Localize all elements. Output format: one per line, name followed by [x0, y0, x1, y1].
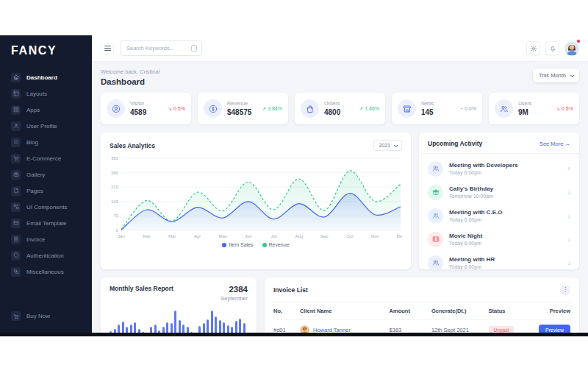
see-more-link[interactable]: See More → [539, 141, 570, 147]
activity-item-meeting-with-developers[interactable]: Meeting with DevelopersToday 6:00pm↑ [419, 157, 579, 180]
svg-text:0: 0 [116, 228, 119, 233]
bar [203, 323, 205, 333]
legend-item-revenue[interactable]: Revenue [262, 242, 290, 247]
stat-change: ↘0.5% [168, 106, 185, 112]
dollar-circle-icon [204, 99, 222, 118]
bar [126, 327, 128, 333]
menu-toggle-icon[interactable] [101, 43, 114, 54]
email-icon [11, 219, 21, 228]
activity-item-meeting-with-hr[interactable]: Meeting with HRToday 6:00pm↓ [419, 251, 579, 275]
notifications-button[interactable] [545, 41, 559, 55]
camera-icon [11, 170, 21, 180]
svg-text:Jun: Jun [245, 234, 252, 238]
sidebar-item-gallery[interactable]: Gallery [0, 166, 92, 183]
sidebar-item-label: Pages [26, 188, 43, 194]
topbar-actions [526, 41, 579, 56]
search-input[interactable] [125, 44, 188, 52]
bar [182, 325, 184, 333]
stat-change: ↗1.46% [359, 106, 379, 112]
components-icon [11, 202, 21, 212]
bar [166, 322, 168, 333]
upcoming-activity-panel: Upcoming Activity See More → Meeting wit… [419, 132, 579, 269]
year-label: 2021 [379, 143, 390, 148]
sidebar-item-pages[interactable]: Pages [0, 183, 92, 199]
gift-icon [428, 185, 443, 200]
sidebar-item-e-commerce[interactable]: E-Commerce [0, 150, 92, 166]
settings-button[interactable] [526, 41, 540, 55]
activity-item-movie-night[interactable]: Movie NightToday 6:00pm↓ [419, 227, 579, 251]
preview-button[interactable]: Preview [539, 325, 570, 333]
stat-value: $48575 [227, 108, 257, 116]
sidebar-item-apps[interactable]: Apps [0, 102, 92, 118]
sidebar-item-ui-components[interactable]: UI Components [0, 199, 92, 215]
monthly-sales-panel: Monthly Sales Report 2384 September [101, 277, 257, 333]
sales-analytics-title: Sales Analytics [110, 142, 155, 149]
svg-text:Feb: Feb [143, 234, 151, 238]
trend-up-icon: ↗ [359, 106, 363, 112]
stat-card-visitor: Visitor4589↘0.5% [101, 93, 191, 124]
sidebar-item-email-template[interactable]: Email Template [0, 215, 92, 231]
search-shortcut-icon [191, 45, 197, 52]
column-header-status: Status [489, 308, 531, 314]
trend-flat-icon: ~ [460, 106, 463, 111]
chart-legend: Item SalesRevenue [110, 242, 402, 247]
svg-text:Jul: Jul [270, 234, 276, 238]
sidebar-item-blog[interactable]: Blog [0, 134, 92, 150]
activity-title: Upcoming Activity [428, 140, 482, 147]
bar [154, 325, 157, 333]
invoice-list-title: Invoice List [273, 286, 308, 294]
activity-list: Meeting with DevelopersToday 6:00pm↑Call… [419, 154, 579, 277]
stat-card-items: Items145~0.0% [392, 93, 482, 124]
stat-label: Revenue [227, 101, 257, 106]
bar [223, 322, 225, 333]
client-link[interactable]: Howard Tanner [300, 325, 390, 333]
users2-icon [495, 99, 513, 118]
activity-item-meeting-with-c-e-o[interactable]: Meeting with C.E.OToday 6:00pm↓ [419, 204, 579, 227]
more-options-icon[interactable]: ⋮ [560, 285, 570, 295]
svg-text:Dec: Dec [397, 234, 402, 238]
sidebar-item-label: Layouts [26, 91, 47, 97]
power-icon [11, 138, 21, 147]
sidebar-item-label: Gallery [26, 171, 45, 178]
brand-logo: FANCY [0, 35, 92, 69]
monthly-sales-value: 2384 [220, 285, 248, 294]
activity-time: Today 6:00pm [449, 217, 562, 222]
stat-label: Items [421, 101, 455, 106]
svg-text:Nov: Nov [371, 234, 379, 238]
stat-card-revenue: Revenue$48575↗3.84% [198, 93, 288, 124]
sidebar-item-dashboard[interactable]: Dashboard [0, 69, 92, 85]
page-title: Dashboard [101, 77, 160, 86]
period-select[interactable]: This Month [533, 68, 579, 82]
apps-icon [11, 105, 21, 115]
activity-title-text: Meeting with Developers [449, 162, 562, 169]
sidebar-item-label: E-Commerce [26, 155, 61, 162]
bar [227, 325, 229, 333]
user-avatar[interactable] [564, 41, 579, 56]
panels-row: Sales Analytics 2021 070140210280350JanF… [101, 132, 579, 269]
invoice-table-body: #d01Howard Tanner$36312th Sept 2021Unpai… [273, 319, 570, 333]
sidebar-nav: DashboardLayoutsAppsUser ProfileBlogE-Co… [0, 69, 92, 280]
status-badge: Unpaid [489, 326, 514, 333]
chevron-down-icon [570, 73, 575, 77]
sidebar-item-miscellaneous[interactable]: Miscellaneous [0, 263, 92, 280]
arrow-down-icon: ↓ [567, 236, 570, 243]
legend-dot-icon [262, 243, 267, 247]
cart-icon [11, 311, 21, 321]
sidebar-item-label: Authentication [26, 252, 64, 259]
sidebar-item-layouts[interactable]: Layouts [0, 85, 92, 102]
svg-text:Jan: Jan [118, 234, 125, 238]
year-select[interactable]: 2021 [373, 140, 402, 151]
sidebar-item-user-profile[interactable]: User Profile [0, 118, 92, 134]
bar [239, 319, 241, 333]
sidebar-item-authentication[interactable]: Authentication [0, 247, 92, 263]
activity-item-cally-s-birthday[interactable]: Cally's BirthdayTomorrow 10:00am↓ [419, 180, 579, 204]
legend-item-item-sales[interactable]: Item Sales [222, 242, 253, 247]
sidebar-item-label: Apps [26, 107, 40, 113]
svg-text:70: 70 [113, 213, 118, 218]
search-box [120, 40, 202, 56]
buy-now-button[interactable]: Buy Now [0, 305, 92, 333]
stat-value: 4589 [130, 108, 162, 116]
bottom-row: Monthly Sales Report 2384 September Invo… [101, 277, 579, 333]
welcome-text: Welcome back, Cristina! [101, 68, 160, 75]
sidebar-item-invoice[interactable]: Invoice [0, 231, 92, 247]
